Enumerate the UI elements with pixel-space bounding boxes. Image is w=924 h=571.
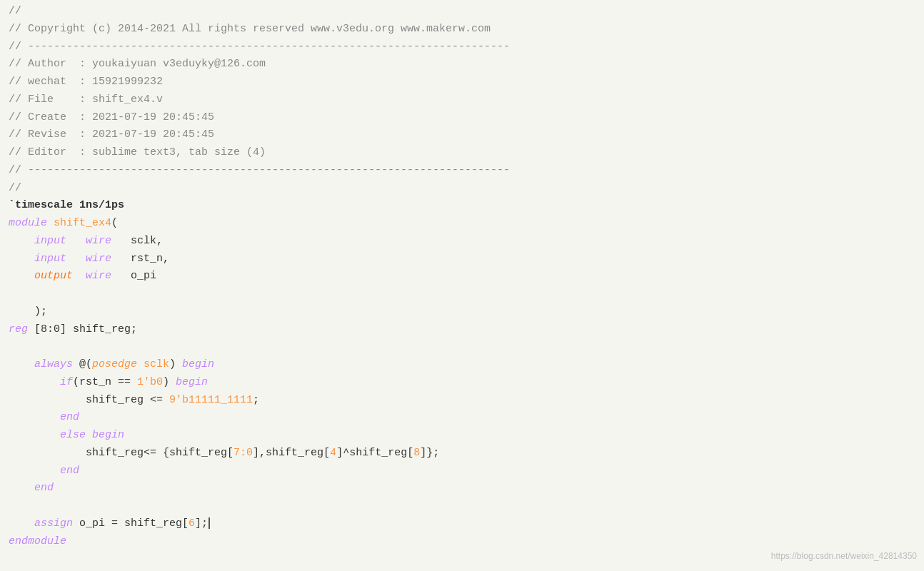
line-input-sclk: input wire sclk, bbox=[9, 233, 915, 251]
line-comment-3: // -------------------------------------… bbox=[9, 39, 915, 56]
line-comment-5: // bbox=[9, 180, 915, 198]
line-author: // Author : youkaiyuan v3eduyky@126.com bbox=[9, 56, 915, 74]
line-editor: // Editor : sublime text3, tab size (4) bbox=[9, 144, 915, 162]
line-endmodule: endmodule bbox=[9, 533, 915, 551]
line-file: // File : shift_ex4.v bbox=[9, 91, 915, 109]
line-shift-init: shift_reg <= 9'b11111_1111; bbox=[9, 392, 915, 410]
line-create: // Create : 2021-07-19 20:45:45 bbox=[9, 109, 915, 127]
line-blank3 bbox=[9, 497, 915, 515]
line-input-rstn: input wire rst_n, bbox=[9, 251, 915, 268]
line-always: always @(posedge sclk) begin bbox=[9, 356, 915, 374]
line-end2: end bbox=[9, 463, 915, 480]
line-timescale: `timescale 1ns/1ps bbox=[9, 197, 915, 215]
line-assign: assign o_pi = shift_reg[6]; bbox=[9, 515, 915, 533]
line-else: else begin bbox=[9, 427, 915, 445]
line-revise: // Revise : 2021-07-19 20:45:45 bbox=[9, 126, 915, 144]
line-comment-2: // Copyright (c) 2014-2021 All rights re… bbox=[9, 21, 915, 39]
line-close-paren: ); bbox=[9, 303, 915, 321]
line-blank2 bbox=[9, 338, 915, 356]
line-shift-assign: shift_reg<= {shift_reg[7:0],shift_reg[4]… bbox=[9, 445, 915, 463]
line-end3: end bbox=[9, 480, 915, 497]
line-blank1 bbox=[9, 286, 915, 303]
line-module: module shift_ex4( bbox=[9, 215, 915, 233]
line-reg: reg [8:0] shift_reg; bbox=[9, 321, 915, 339]
line-end1: end bbox=[9, 409, 915, 427]
line-wechat: // wechat : 15921999232 bbox=[9, 74, 915, 91]
line-output-opi: output wire o_pi bbox=[9, 268, 915, 286]
code-editor: // // Copyright (c) 2014-2021 All rights… bbox=[0, 0, 924, 556]
line-comment-4: // -------------------------------------… bbox=[9, 162, 915, 180]
line-comment-1: // bbox=[9, 3, 915, 21]
line-if: if(rst_n == 1'b0) begin bbox=[9, 374, 915, 392]
watermark: https://blog.csdn.net/weixin_42814350 bbox=[771, 550, 917, 564]
